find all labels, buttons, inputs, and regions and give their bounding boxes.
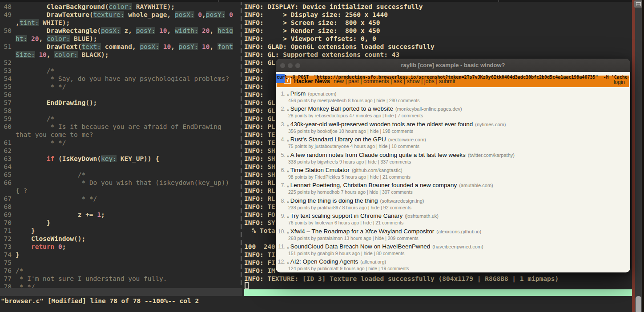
hn-story-domain: (amutable.com)	[459, 183, 493, 188]
line-number: 54	[0, 75, 12, 83]
code-line: 65 /*	[0, 171, 242, 179]
raylib-window[interactable]: raylib [core] example - basic window? 1.…	[276, 59, 630, 272]
terminal-line: INFO: SH	[244, 147, 275, 155]
line-number: 56	[0, 91, 12, 99]
code-line: 58	[0, 107, 242, 115]
hn-story-row: 5.▲A few random notes from Claude coding…	[278, 152, 628, 167]
hn-story-subtext: 124 points by publicmatt 9 hours ago | h…	[288, 266, 628, 271]
upvote-arrow-icon: ▲	[287, 123, 289, 127]
line-number: 52	[0, 59, 12, 67]
hn-story-rank: 6.	[278, 167, 286, 173]
code-line: 73 return 0;	[0, 243, 242, 251]
hn-story-subtext: 356 points by bookofjoe 10 hours ago | h…	[288, 128, 628, 134]
window-title: raylib [core] example - basic window?	[276, 59, 630, 72]
hn-story-title: A few random notes from Claude coding qu…	[290, 152, 466, 158]
code-line: 50 DrawRectangle(posX: z, posY: 10, widt…	[0, 27, 242, 35]
hn-story-domain: (allenai.org)	[360, 259, 386, 264]
window-split-icon[interactable]	[634, 0, 642, 8]
hn-story-subtext: 225 points by hornedhob 7 hours ago | hi…	[288, 189, 628, 195]
window-right-edge	[632, 0, 635, 312]
hn-story-title: 430k-year-old well-preserved wooden tool…	[290, 121, 473, 128]
terminal-line: INFO: FI	[244, 259, 275, 267]
hn-story-row: 10.▲Xfwl4 – The Roadmap for a Xfce Wayla…	[278, 228, 628, 243]
hn-story-domain: (openai.com)	[308, 91, 336, 96]
line-number: 74	[0, 251, 12, 259]
upvote-arrow-icon: ▲	[287, 154, 289, 158]
hn-story-row: 11.▲SoundCloud Data Breach Now on HaveIB…	[278, 243, 628, 258]
code-line: 67 * */	[0, 195, 242, 203]
hn-story-rank: 4.	[278, 136, 286, 143]
hn-story-title: SoundCloud Data Breach Now on HaveIBeenP…	[290, 243, 430, 250]
terminal-line: INFO: TI	[244, 251, 275, 259]
close-button[interactable]	[280, 63, 285, 68]
hn-story-subtext: 238 points by prakhar897 8 hours ago | h…	[288, 205, 628, 210]
screen: 48 ClearBackground(color: RAYWHITE);49 D…	[0, 0, 644, 312]
line-number: 50	[0, 27, 12, 35]
code-line: 70 }	[0, 219, 242, 227]
terminal-line: INFO: RL	[244, 195, 275, 203]
hn-story-subtext: 98 points by FriedPickles 5 hours ago | …	[288, 174, 628, 180]
code-line: 52	[0, 59, 242, 67]
terminal-line: INFO: > Render size: 800 x 450	[244, 27, 380, 35]
terminal-line: INFO: GLAD: OpenGL extensions loaded suc…	[244, 43, 435, 51]
terminal-line: INFO: > Display size: 2560 x 1440	[244, 11, 388, 19]
hn-story-row: 3.▲430k-year-old well-preserved wooden t…	[278, 121, 628, 136]
vim-editor-pane[interactable]: 48 ClearBackground(color: RAYWHITE);49 D…	[0, 0, 242, 312]
raylib-window-titlebar[interactable]: raylib [core] example - basic window?	[276, 59, 630, 72]
code-line: 74}	[0, 251, 242, 259]
terminal-line: 100 240	[244, 243, 275, 251]
tmux-pane-separator[interactable]	[241, 0, 242, 288]
code-line: that you come to me?	[0, 131, 242, 139]
code-line: 61 * */	[0, 139, 242, 147]
terminal-line: INFO: GL: Supported extensions count: 43	[244, 51, 399, 59]
terminal-highlight-bar	[244, 289, 632, 296]
terminal-line: INFO:	[244, 75, 264, 83]
code-line: 53 /*	[0, 67, 242, 75]
line-number: 77	[0, 275, 12, 283]
code-line: 57 EndDrawing();	[0, 99, 242, 107]
hn-story-title: Rust's Standard Library on the GPU	[290, 136, 386, 143]
hn-story-title: Try text scaling support in Chrome Canar…	[290, 212, 402, 219]
hn-story-subtext: 268 points by pantalaimon 13 hours ago |…	[288, 236, 628, 241]
code-line: 49 DrawTexture(texture: whole_page, posX…	[0, 11, 242, 19]
line-number: 49	[0, 11, 12, 19]
code-line: 68	[0, 203, 242, 211]
hn-story-row: 6.▲Time Station Emulator(github.com/kang…	[278, 167, 628, 182]
code-line: 62	[0, 147, 242, 155]
line-number: 55	[0, 83, 12, 91]
hn-story-rank: 8.	[278, 198, 286, 204]
hn-story-subtext: 456 points by meetpateltech 8 hours ago …	[288, 98, 628, 103]
terminal-line: INFO: RL	[244, 187, 275, 195]
vim-message-line: "browser.c" [Modified] line 78 of 78 --1…	[1, 297, 199, 304]
scrollbar-thumb[interactable]	[636, 296, 641, 312]
minimize-button[interactable]	[288, 63, 293, 68]
hn-story-row: 1.▲Prism(openai.com)456 points by meetpa…	[278, 90, 628, 105]
line-number: 62	[0, 147, 12, 155]
line-number: 60	[0, 123, 12, 131]
hn-story-row: 7.▲Lennart Poettering, Christian Brauner…	[278, 182, 628, 197]
line-number: 71	[0, 227, 12, 235]
code-line: 66 * Do you wish that (iskeydown(key_up)…	[0, 179, 242, 187]
code-line: 51 DrawText(text: command, posX: 10, pos…	[0, 43, 242, 51]
code-line: 60 * Is it because you are afraid of End…	[0, 123, 242, 131]
hn-story-rank: 3.	[278, 121, 286, 128]
terminal-line: INFO: TE	[244, 203, 275, 211]
zoom-button[interactable]	[295, 63, 300, 68]
terminal-line: INFO: TE	[244, 139, 275, 147]
terminal-line: INFO:	[244, 91, 264, 99]
code-line: 54 * Say, do you have any psychological …	[0, 75, 242, 83]
code-line: 55 * */	[0, 83, 242, 91]
code-line: 56	[0, 91, 242, 99]
terminal-line: INFO:	[244, 67, 264, 75]
upvote-arrow-icon: ▲	[287, 108, 289, 112]
line-number: 57	[0, 99, 12, 107]
terminal-line: INFO: GL	[244, 99, 275, 107]
line-number: 68	[0, 203, 12, 211]
hn-story-rank: 2.	[278, 106, 286, 112]
hn-story-domain: (vectorware.com)	[388, 137, 426, 142]
hn-story-subtext: 75 points by justaboutanyone 4 hours ago…	[288, 144, 628, 149]
hn-story-row: 4.▲Rust's Standard Library on the GPU(ve…	[278, 136, 628, 151]
scrollbar-track[interactable]	[635, 0, 642, 312]
hn-story-title: Lennart Poettering, Christian Brauner fo…	[290, 182, 457, 188]
hn-story-subtext: 28 points by rebasedoctopus 47 minutes a…	[288, 113, 628, 118]
